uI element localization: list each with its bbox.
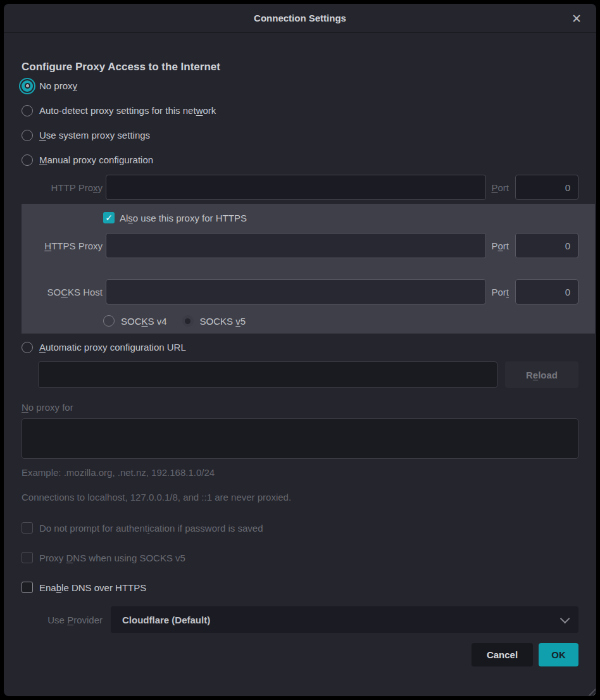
- checkbox-unchecked-icon[interactable]: [22, 582, 33, 593]
- socks-host-label: SOCKS Host: [22, 287, 103, 297]
- http-proxy-label: HTTP Proxy: [22, 182, 103, 193]
- radio-unchecked-icon[interactable]: [22, 105, 33, 116]
- radio-auto-url-label: Automatic proxy configuration URL: [39, 342, 186, 353]
- http-proxy-input[interactable]: [106, 175, 486, 200]
- dialog-footer: Cancel OK: [22, 643, 578, 666]
- doh-label: Enable DNS over HTTPS: [39, 582, 146, 593]
- https-proxy-input[interactable]: [106, 233, 486, 258]
- reload-button[interactable]: Reload: [505, 361, 578, 388]
- no-proxy-for-textarea[interactable]: [22, 418, 578, 459]
- connection-settings-dialog: Connection Settings ✕ Configure Proxy Ac…: [4, 4, 596, 696]
- use-provider-label: Use Provider: [22, 615, 103, 625]
- socks-host-row: SOCKS Host Port: [22, 279, 578, 304]
- https-port-label: Port: [491, 241, 509, 251]
- checkbox-checked-icon[interactable]: ✓: [103, 212, 115, 223]
- radio-system-proxy[interactable]: Use system proxy settings: [22, 123, 578, 147]
- https-port-input[interactable]: [515, 233, 578, 258]
- socks-host-input[interactable]: [106, 279, 486, 304]
- radio-unchecked-icon[interactable]: [22, 342, 33, 353]
- http-port-label: Port: [491, 182, 509, 193]
- socks-v5-label: SOCKS v5: [200, 316, 246, 327]
- https-proxy-label: HTTPS Proxy: [22, 241, 103, 251]
- dialog-content: Configure Proxy Access to the Internet N…: [4, 33, 596, 696]
- provider-select[interactable]: Cloudflare (Default): [111, 606, 578, 633]
- radio-auto-detect-label: Auto-detect proxy settings for this netw…: [39, 105, 216, 116]
- radio-checked-icon[interactable]: [22, 80, 33, 92]
- localhost-note-text: Connections to localhost, 127.0.0.1/8, a…: [22, 492, 578, 503]
- checkbox-no-prompt-auth-row[interactable]: Do not prompt for authentication if pass…: [22, 520, 578, 535]
- radio-no-proxy[interactable]: No proxy: [22, 73, 578, 98]
- provider-selected-value: Cloudflare (Default): [122, 615, 210, 625]
- socks-port-label: Port: [491, 287, 509, 297]
- radio-manual-proxy[interactable]: Manual proxy configuration: [22, 147, 578, 172]
- dialog-title: Connection Settings: [254, 13, 346, 23]
- checkbox-proxy-dns-row[interactable]: Proxy DNS when using SOCKS v5: [22, 550, 578, 565]
- socks-version-row: SOCKS v4 SOCKS v5: [22, 312, 578, 330]
- radio-socks-v5[interactable]: [182, 315, 194, 327]
- close-icon[interactable]: ✕: [567, 9, 586, 28]
- dialog-titlebar: Connection Settings ✕: [4, 4, 596, 33]
- checkbox-doh-row[interactable]: Enable DNS over HTTPS: [22, 580, 578, 595]
- radio-socks-v4[interactable]: [103, 315, 115, 327]
- proxy-dns-label: Proxy DNS when using SOCKS v5: [39, 553, 185, 563]
- radio-no-proxy-label: No proxy: [39, 80, 77, 91]
- socks-v4-label: SOCKS v4: [121, 316, 167, 327]
- page-title: Configure Proxy Access to the Internet: [22, 61, 578, 73]
- auto-url-input[interactable]: [38, 361, 497, 388]
- checkbox-unchecked-icon[interactable]: [22, 522, 33, 534]
- socks-port-input[interactable]: [515, 279, 578, 304]
- manual-proxy-section: ✓ Also use this proxy for HTTPS HTTPS Pr…: [22, 204, 595, 334]
- https-proxy-row: HTTPS Proxy Port: [22, 233, 578, 258]
- chevron-down-icon: [560, 613, 570, 623]
- radio-system-proxy-label: Use system proxy settings: [39, 130, 150, 141]
- radio-manual-proxy-label: Manual proxy configuration: [39, 154, 153, 165]
- auto-url-row: Reload: [38, 361, 578, 388]
- no-proxy-example-text: Example: .mozilla.org, .net.nz, 192.168.…: [22, 467, 578, 478]
- http-port-input[interactable]: [515, 175, 578, 200]
- radio-auto-url[interactable]: Automatic proxy configuration URL: [22, 335, 578, 359]
- ok-button[interactable]: OK: [539, 643, 578, 666]
- checkbox-unchecked-icon[interactable]: [22, 552, 33, 563]
- http-proxy-row: HTTP Proxy Port: [22, 175, 578, 200]
- share-https-row[interactable]: ✓ Also use this proxy for HTTPS: [22, 208, 578, 228]
- no-prompt-auth-label: Do not prompt for authentication if pass…: [39, 523, 263, 534]
- radio-unchecked-icon[interactable]: [22, 130, 33, 141]
- no-proxy-for-label: No proxy for: [22, 402, 578, 413]
- radio-auto-detect[interactable]: Auto-detect proxy settings for this netw…: [22, 98, 578, 123]
- provider-row: Use Provider Cloudflare (Default): [22, 606, 578, 633]
- cancel-button[interactable]: Cancel: [472, 643, 533, 666]
- share-https-label: Also use this proxy for HTTPS: [120, 213, 247, 223]
- radio-unchecked-icon[interactable]: [22, 154, 33, 166]
